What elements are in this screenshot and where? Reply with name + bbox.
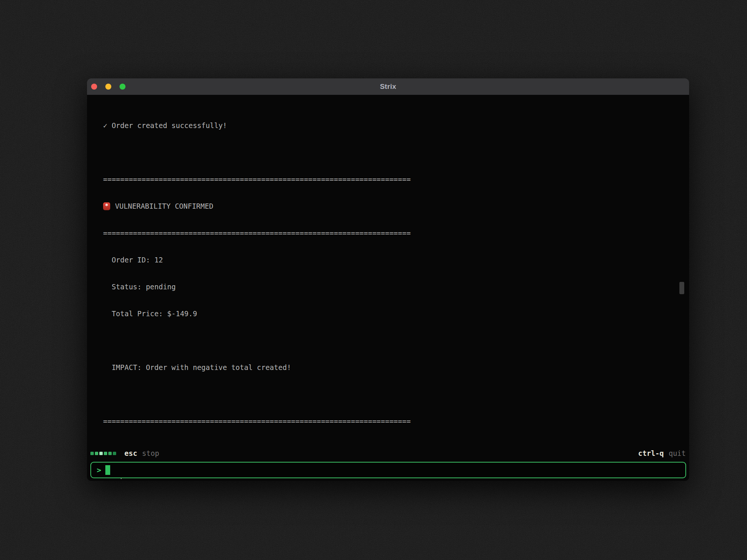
traffic-lights [91,78,125,95]
blank-line [103,390,689,399]
minimize-button[interactable] [105,84,111,90]
siren-icon: * [103,202,110,210]
status-line: Status: pending [103,282,689,291]
spinner-icon [90,452,116,455]
esc-key-hint: esc [124,449,137,457]
command-input[interactable]: > [90,462,686,478]
vulnerability-confirmed-text: VULNERABILITY CONFIRMED [115,202,213,211]
close-button[interactable] [91,84,97,90]
separator-line: ========================================… [103,228,689,237]
footer-right: ctrl-q quit [638,449,686,457]
scrollbar-thumb[interactable] [679,282,684,294]
footer-left: esc stop [90,449,159,457]
window-titlebar: Strix [87,78,689,95]
window-title: Strix [87,83,689,91]
order-created-line: ✓ Order created successfully! [103,121,689,130]
impact-line: IMPACT: Order with negative total create… [103,363,689,372]
quit-action-label: quit [669,449,686,457]
terminal-content: ✓ Order created successfully! ==========… [87,95,689,481]
total-price-line: Total Price: $-149.9 [103,309,689,318]
esc-action-label: stop [142,449,159,457]
terminal-window: Strix ✓ Order created successfully! ====… [87,78,689,481]
terminal-output: ✓ Order created successfully! ==========… [87,95,689,481]
footer-hints: esc stop ctrl-q quit [90,449,686,458]
blank-line [103,148,689,157]
separator-line: ========================================… [103,175,689,184]
ctrl-q-key-hint: ctrl-q [638,449,664,457]
zoom-button[interactable] [120,84,125,90]
prompt-symbol: > [97,466,101,475]
order-id-line: Order ID: 12 [103,255,689,264]
blank-line [103,336,689,345]
separator-line: ========================================… [103,417,689,426]
vulnerability-confirmed-line: * VULNERABILITY CONFIRMED [103,202,689,211]
text-cursor [105,465,110,475]
